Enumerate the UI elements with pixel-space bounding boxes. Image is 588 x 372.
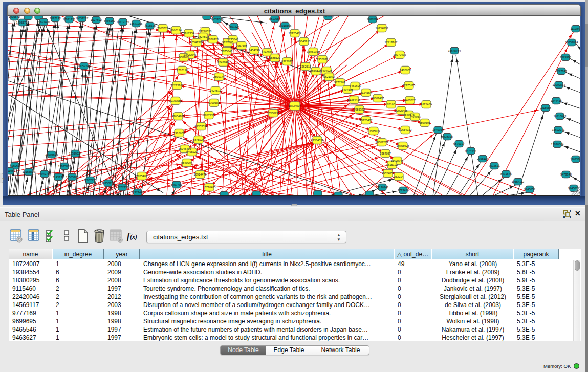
svg-text:3124554: 3124554 bbox=[360, 91, 372, 94]
svg-text:10654112: 10654112 bbox=[512, 180, 524, 183]
svg-text:12213362: 12213362 bbox=[171, 84, 184, 87]
svg-text:1362615: 1362615 bbox=[300, 65, 311, 68]
svg-text:9146821: 9146821 bbox=[262, 51, 273, 54]
svg-text:16648784: 16648784 bbox=[448, 49, 461, 52]
svg-text:10107550: 10107550 bbox=[169, 99, 182, 102]
svg-text:20206526: 20206526 bbox=[46, 153, 58, 156]
svg-text:15692971: 15692971 bbox=[552, 128, 565, 132]
svg-text:9327505: 9327505 bbox=[222, 41, 233, 44]
svg-text:1615132: 1615132 bbox=[386, 163, 398, 166]
svg-text:17957225: 17957225 bbox=[84, 179, 97, 182]
svg-text:9463627: 9463627 bbox=[404, 99, 416, 102]
svg-text:3912954: 3912954 bbox=[183, 32, 194, 35]
svg-text:1662615: 1662615 bbox=[322, 16, 334, 18]
svg-text:8186328: 8186328 bbox=[207, 38, 219, 41]
svg-text:2803144: 2803144 bbox=[213, 75, 225, 78]
svg-text:1167534: 1167534 bbox=[570, 158, 580, 161]
svg-text:13218506: 13218506 bbox=[279, 24, 292, 27]
svg-text:18807279: 18807279 bbox=[376, 141, 388, 144]
svg-text:16961758: 16961758 bbox=[307, 50, 320, 53]
svg-text:1097133: 1097133 bbox=[50, 17, 61, 20]
svg-text:1588520: 1588520 bbox=[269, 56, 280, 59]
svg-text:12359924: 12359924 bbox=[69, 152, 82, 155]
svg-text:3267130: 3267130 bbox=[203, 114, 214, 117]
svg-text:10719155: 10719155 bbox=[117, 20, 129, 24]
svg-text:18300295: 18300295 bbox=[267, 112, 280, 115]
svg-text:7955812: 7955812 bbox=[317, 58, 328, 61]
svg-text:19654923: 19654923 bbox=[399, 128, 412, 132]
svg-text:16210643: 16210643 bbox=[554, 115, 567, 118]
svg-text:6879197: 6879197 bbox=[453, 142, 465, 145]
svg-text:7494957: 7494957 bbox=[409, 115, 421, 118]
svg-text:8454749: 8454749 bbox=[249, 49, 260, 52]
svg-text:17942757: 17942757 bbox=[38, 172, 51, 176]
svg-text:62160: 62160 bbox=[387, 103, 395, 106]
svg-text:19524851: 19524851 bbox=[382, 172, 395, 175]
svg-text:(x): (x) bbox=[130, 233, 137, 240]
svg-text:12505185: 12505185 bbox=[66, 176, 79, 179]
svg-text:7632621: 7632621 bbox=[489, 164, 500, 167]
svg-text:1244415: 1244415 bbox=[551, 99, 562, 102]
svg-text:12975115: 12975115 bbox=[403, 84, 415, 87]
svg-text:12093873: 12093873 bbox=[553, 83, 565, 86]
svg-text:1916682: 1916682 bbox=[173, 132, 185, 135]
svg-text:14136141: 14136141 bbox=[376, 186, 389, 189]
svg-text:9245652: 9245652 bbox=[524, 188, 535, 191]
svg-text:8540994: 8540994 bbox=[181, 161, 192, 164]
svg-text:9115460: 9115460 bbox=[421, 103, 431, 106]
svg-text:9777169: 9777169 bbox=[334, 81, 345, 84]
svg-text:19756928: 19756928 bbox=[397, 144, 409, 147]
svg-text:7462606: 7462606 bbox=[350, 84, 361, 87]
svg-text:7857224: 7857224 bbox=[228, 25, 239, 28]
svg-text:10971331: 10971331 bbox=[63, 18, 76, 21]
svg-text:6497508: 6497508 bbox=[342, 88, 353, 91]
svg-text:9329996: 9329996 bbox=[560, 56, 571, 59]
svg-text:16154808: 16154808 bbox=[376, 27, 388, 30]
svg-text:9227343: 9227343 bbox=[556, 70, 567, 73]
svg-text:6322037: 6322037 bbox=[281, 60, 293, 63]
svg-text:19384554: 19384554 bbox=[311, 139, 324, 142]
svg-text:10543362: 10543362 bbox=[190, 41, 203, 44]
svg-text:7663822: 7663822 bbox=[157, 27, 168, 30]
svg-text:2735546: 2735546 bbox=[227, 38, 238, 41]
svg-text:8813054: 8813054 bbox=[269, 17, 280, 20]
svg-text:10025458: 10025458 bbox=[395, 109, 408, 112]
svg-text:1112843: 1112843 bbox=[571, 27, 580, 30]
svg-text:16914479: 16914479 bbox=[194, 173, 207, 176]
svg-text:15751074: 15751074 bbox=[565, 41, 578, 44]
svg-text:9457791: 9457791 bbox=[171, 183, 182, 186]
svg-text:12923448: 12923448 bbox=[132, 191, 144, 194]
svg-text:6466160: 6466160 bbox=[104, 19, 115, 23]
svg-text:6899695: 6899695 bbox=[419, 121, 430, 124]
svg-text:8938928: 8938928 bbox=[442, 135, 453, 138]
svg-text:13975887: 13975887 bbox=[58, 165, 71, 168]
svg-text:6494028: 6494028 bbox=[321, 69, 332, 72]
svg-text:1527602: 1527602 bbox=[91, 18, 102, 21]
svg-text:14055724: 14055724 bbox=[16, 21, 29, 24]
svg-text:2935114: 2935114 bbox=[477, 157, 488, 160]
svg-text:20053346: 20053346 bbox=[78, 64, 91, 68]
svg-text:1145136: 1145136 bbox=[53, 176, 63, 179]
svg-text:9242848: 9242848 bbox=[217, 61, 229, 64]
svg-text:19654985: 19654985 bbox=[172, 115, 185, 118]
svg-text:11420746: 11420746 bbox=[391, 159, 403, 162]
svg-text:12156829: 12156829 bbox=[23, 170, 35, 173]
svg-text:3875645: 3875645 bbox=[221, 50, 232, 53]
svg-text:7515526: 7515526 bbox=[144, 24, 156, 27]
svg-text:13325419: 13325419 bbox=[289, 32, 301, 35]
svg-text:435061: 435061 bbox=[10, 164, 20, 167]
svg-text:10973493: 10973493 bbox=[394, 53, 406, 56]
svg-text:1733426: 1733426 bbox=[398, 189, 409, 192]
svg-text:8660124: 8660124 bbox=[170, 29, 182, 32]
svg-text:15720407: 15720407 bbox=[360, 119, 373, 122]
svg-text:7986372: 7986372 bbox=[354, 108, 365, 111]
svg-text:988961: 988961 bbox=[179, 56, 189, 59]
svg-text:9427512: 9427512 bbox=[210, 89, 221, 92]
svg-text:7625402: 7625402 bbox=[136, 174, 147, 178]
svg-text:9474444: 9474444 bbox=[465, 149, 476, 152]
svg-text:10958117: 10958117 bbox=[102, 182, 114, 185]
svg-text:16033809: 16033809 bbox=[211, 18, 224, 21]
svg-text:9498222: 9498222 bbox=[186, 150, 198, 154]
svg-text:23226058: 23226058 bbox=[199, 30, 212, 33]
svg-text:17016504: 17016504 bbox=[551, 143, 564, 146]
